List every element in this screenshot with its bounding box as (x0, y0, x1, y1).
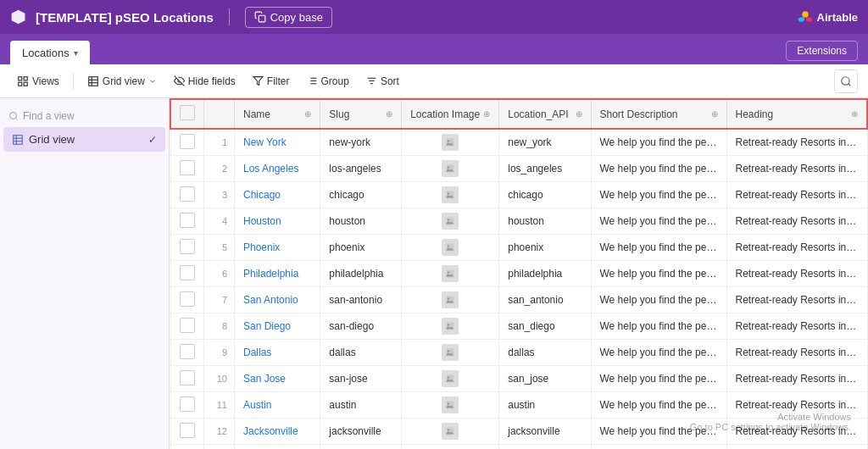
svg-line-24 (849, 83, 851, 86)
row-checkbox[interactable] (180, 239, 195, 254)
col-slug-sort-icon: ⊕ (386, 109, 392, 119)
location-image-thumb (442, 396, 459, 413)
svg-point-54 (448, 430, 449, 431)
row-checkbox[interactable] (180, 423, 195, 438)
row-name[interactable]: Dallas (235, 340, 320, 366)
row-heading: Retreat-ready Resorts in S… (726, 366, 867, 392)
location-image-thumb (442, 423, 459, 440)
row-location-api: san_antonio (499, 287, 591, 313)
row-number: 13 (204, 445, 235, 450)
row-checkbox-cell (170, 182, 204, 208)
row-location-api: san_jose (499, 366, 591, 392)
row-checkbox-cell (170, 156, 204, 182)
row-number: 12 (204, 419, 235, 445)
search-button[interactable] (834, 69, 858, 93)
row-checkbox[interactable] (180, 213, 195, 228)
row-slug: los-angeles (320, 156, 402, 182)
find-view-search[interactable]: Find a view (0, 105, 169, 127)
row-name[interactable]: Jacksonville (235, 419, 320, 445)
grid-icon (87, 75, 99, 87)
svg-point-2 (798, 16, 805, 22)
row-name[interactable]: San Antonio (235, 287, 320, 313)
logo-icon (798, 9, 813, 25)
col-name[interactable]: Name ⊕ (235, 99, 320, 129)
row-heading: Retreat-ready Resorts in D… (726, 340, 867, 366)
row-number: 4 (204, 208, 235, 235)
filter-button[interactable]: Filter (246, 72, 297, 91)
row-name[interactable]: San Diego (235, 313, 320, 340)
row-checkbox-cell (170, 261, 204, 287)
svg-point-46 (448, 324, 449, 326)
row-slug: philadelphia (320, 261, 402, 287)
copy-base-button[interactable]: Copy base (245, 7, 332, 28)
sidebar-item-grid-view[interactable]: Grid view ✓ (3, 127, 165, 152)
row-checkbox[interactable] (180, 291, 195, 307)
col-location-api[interactable]: Location_API ⊕ (499, 99, 591, 129)
svg-point-42 (448, 272, 449, 274)
row-name[interactable]: Houston (235, 208, 320, 235)
row-slug: jacksonville (320, 419, 402, 445)
row-short-description: We help you find the perfe… (591, 392, 726, 419)
location-image-thumb (442, 213, 459, 230)
col-heading[interactable]: Heading ⊕ (726, 99, 867, 129)
row-checkbox-cell (170, 445, 204, 450)
svg-point-32 (448, 141, 449, 142)
row-checkbox[interactable] (180, 160, 195, 175)
row-short-description: We help you find the perfe… (591, 156, 726, 182)
row-checkbox[interactable] (180, 186, 195, 202)
grid-view-button[interactable]: Grid view (81, 72, 164, 91)
row-short-description: We help you find the perfe… (591, 287, 726, 313)
row-number: 2 (204, 156, 235, 182)
row-name[interactable]: San Jose (235, 366, 320, 392)
sidebar-search-icon (8, 111, 19, 121)
row-name[interactable]: New York (235, 129, 320, 156)
location-image-thumb (442, 265, 459, 282)
row-checkbox[interactable] (180, 318, 195, 333)
sort-button[interactable]: Sort (359, 72, 406, 91)
hide-fields-button[interactable]: Hide fields (167, 72, 242, 91)
title-bar: [TEMPLATE] pSEO Locations Copy base Airt… (0, 0, 868, 34)
svg-point-25 (10, 113, 17, 119)
row-checkbox[interactable] (180, 370, 195, 385)
col-location-image[interactable]: Location Image ⊕ (402, 99, 499, 129)
row-name[interactable]: Chicago (235, 182, 320, 208)
row-name[interactable]: Fort Worth (235, 445, 320, 450)
airtable-icon (10, 8, 27, 25)
row-name[interactable]: Phoenix (235, 235, 320, 261)
row-checkbox[interactable] (180, 396, 195, 412)
row-location-api: philadelphia (499, 261, 591, 287)
row-name[interactable]: Philadelphia (235, 261, 320, 287)
row-checkbox[interactable] (180, 344, 195, 359)
row-location-api: dallas (499, 340, 591, 366)
row-short-description: We help you find the perfe… (591, 445, 726, 450)
table-row: 1 New York new-york new_york We help you… (170, 129, 867, 156)
header-checkbox[interactable] (180, 105, 195, 120)
col-slug[interactable]: Slug ⊕ (320, 99, 402, 129)
group-button[interactable]: Group (300, 72, 356, 91)
row-slug: houston (320, 208, 402, 235)
hide-fields-icon (174, 75, 185, 86)
row-checkbox[interactable] (180, 265, 195, 280)
row-location-api: los_angeles (499, 156, 591, 182)
row-name[interactable]: Austin (235, 392, 320, 419)
row-number: 9 (204, 340, 235, 366)
locations-tab[interactable]: Locations ▾ (10, 41, 90, 64)
extensions-button[interactable]: Extensions (786, 41, 858, 61)
toolbar: Views Grid view Hide fields Filter Group (0, 64, 868, 98)
col-img-sort-icon: ⊕ (483, 109, 490, 119)
row-image (402, 445, 499, 450)
table-header-row: Name ⊕ Slug ⊕ Location Image ⊕ (170, 99, 867, 129)
col-short-description[interactable]: Short Description ⊕ (591, 99, 726, 129)
row-checkbox[interactable] (180, 134, 195, 149)
row-name[interactable]: Los Angeles (235, 156, 320, 182)
row-image (402, 340, 499, 366)
views-button[interactable]: Views (10, 72, 66, 91)
row-short-description: We help you find the perfe… (591, 208, 726, 235)
main-layout: Find a view Grid view ✓ Name (0, 98, 868, 449)
location-image-thumb (442, 291, 459, 308)
row-heading: Retreat-ready Resorts in C… (726, 182, 867, 208)
svg-point-3 (805, 16, 813, 22)
row-image (402, 287, 499, 313)
row-image (402, 182, 499, 208)
row-checkbox-cell (170, 366, 204, 392)
